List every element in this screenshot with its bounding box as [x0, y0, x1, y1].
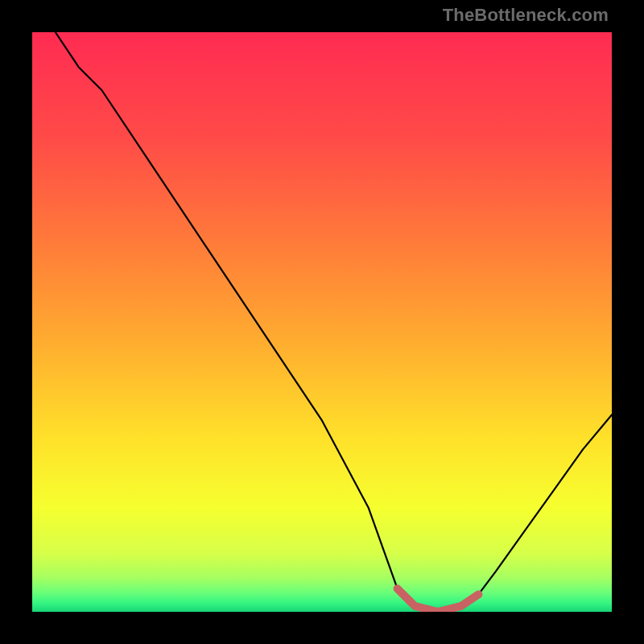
watermark-text: TheBottleneck.com — [443, 5, 609, 26]
plot-area — [32, 32, 612, 612]
highlight-segment — [398, 588, 479, 612]
bottleneck-curve — [56, 32, 612, 612]
chart-frame: TheBottleneck.com — [0, 0, 644, 644]
curve-layer — [32, 32, 612, 612]
